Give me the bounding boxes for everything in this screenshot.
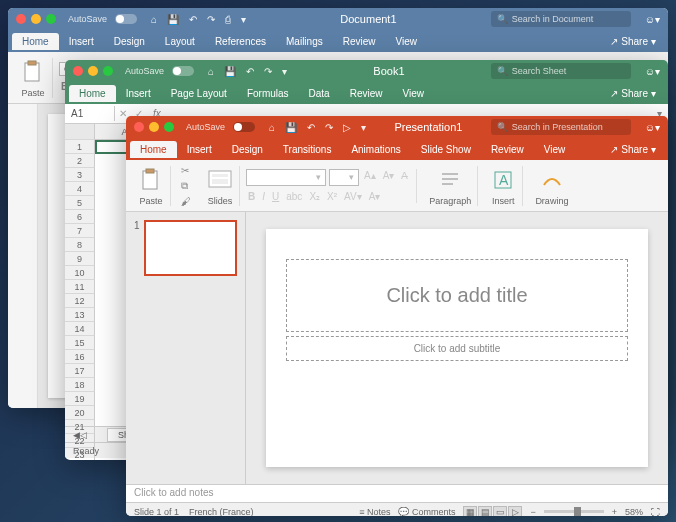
tab-layout[interactable]: Layout — [155, 33, 205, 50]
superscript-button[interactable]: X² — [325, 190, 339, 203]
undo-icon[interactable]: ↶ — [307, 122, 315, 133]
tab-review[interactable]: Review — [333, 33, 386, 50]
first-sheet-icon[interactable]: ◀ — [73, 430, 80, 440]
slide[interactable]: Click to add title Click to add subtitle — [266, 229, 648, 468]
strikethrough-button[interactable]: abc — [284, 190, 304, 203]
row-header[interactable]: 7 — [65, 224, 95, 238]
row-header[interactable]: 15 — [65, 336, 95, 350]
row-header[interactable]: 19 — [65, 392, 95, 406]
account-icon[interactable]: ☺▾ — [645, 122, 660, 133]
insert-icon[interactable]: A — [490, 166, 516, 194]
maximize-icon[interactable] — [103, 66, 113, 76]
row-header[interactable]: 4 — [65, 182, 95, 196]
zoom-slider[interactable] — [544, 510, 604, 513]
tab-home[interactable]: Home — [12, 33, 59, 50]
search-input[interactable]: 🔍Search in Presentation — [491, 119, 631, 135]
increase-font-icon[interactable]: A▴ — [362, 169, 378, 186]
tab-review[interactable]: Review — [481, 141, 534, 158]
close-icon[interactable] — [16, 14, 26, 24]
subscript-button[interactable]: X₂ — [307, 190, 322, 203]
normal-view-icon[interactable]: ▦ — [463, 506, 477, 517]
bold-button[interactable]: B — [246, 190, 257, 203]
cut-icon[interactable]: ✂ — [181, 165, 191, 176]
save-icon[interactable]: 💾 — [285, 122, 297, 133]
chevron-down-icon[interactable]: ▾ — [241, 14, 246, 25]
home-icon[interactable]: ⌂ — [269, 122, 275, 133]
tab-slideshow[interactable]: Slide Show — [411, 141, 481, 158]
copy-icon[interactable]: ⧉ — [181, 180, 191, 192]
row-header[interactable]: 6 — [65, 210, 95, 224]
paste-icon[interactable] — [138, 166, 164, 194]
tab-insert[interactable]: Insert — [59, 33, 104, 50]
tab-design[interactable]: Design — [104, 33, 155, 50]
comments-button[interactable]: 💬 Comments — [398, 507, 455, 517]
row-header[interactable]: 14 — [65, 322, 95, 336]
character-spacing-button[interactable]: AV▾ — [342, 190, 364, 203]
tab-home[interactable]: Home — [130, 141, 177, 158]
notes-pane[interactable]: Click to add notes — [126, 484, 668, 502]
share-button[interactable]: ↗Share ▾ — [610, 36, 656, 47]
chevron-down-icon[interactable]: ▾ — [282, 66, 287, 77]
account-icon[interactable]: ☺▾ — [645, 66, 660, 77]
save-icon[interactable]: 💾 — [167, 14, 179, 25]
undo-icon[interactable]: ↶ — [189, 14, 197, 25]
search-input[interactable]: 🔍Search in Document — [491, 11, 631, 27]
tab-formulas[interactable]: Formulas — [237, 85, 299, 102]
autosave-toggle[interactable] — [172, 66, 194, 76]
notes-button[interactable]: ≡ Notes — [359, 507, 390, 517]
row-header[interactable]: 1 — [65, 140, 95, 154]
minimize-icon[interactable] — [88, 66, 98, 76]
minimize-icon[interactable] — [149, 122, 159, 132]
close-icon[interactable] — [73, 66, 83, 76]
zoom-level[interactable]: 58% — [625, 507, 643, 517]
autosave-toggle[interactable] — [115, 14, 137, 24]
italic-button[interactable]: I — [260, 190, 267, 203]
zoom-out-icon[interactable]: − — [530, 507, 535, 517]
row-header[interactable]: 8 — [65, 238, 95, 252]
prev-sheet-icon[interactable]: ◁ — [80, 430, 87, 440]
save-icon[interactable]: 💾 — [224, 66, 236, 77]
select-all-corner[interactable] — [65, 124, 95, 140]
row-header[interactable]: 10 — [65, 266, 95, 280]
row-header[interactable]: 12 — [65, 294, 95, 308]
share-button[interactable]: ↗Share ▾ — [610, 88, 656, 99]
account-icon[interactable]: ☺▾ — [645, 14, 660, 25]
paragraph-icon[interactable] — [437, 166, 463, 194]
tab-page-layout[interactable]: Page Layout — [161, 85, 237, 102]
thumbnail-item[interactable]: 1 — [134, 220, 237, 276]
chevron-down-icon[interactable]: ▾ — [361, 122, 366, 133]
tab-transitions[interactable]: Transitions — [273, 141, 342, 158]
tab-view[interactable]: View — [392, 85, 434, 102]
minimize-icon[interactable] — [31, 14, 41, 24]
fit-to-window-icon[interactable]: ⛶ — [651, 507, 660, 517]
underline-button[interactable]: U — [270, 190, 281, 203]
play-icon[interactable]: ▷ — [343, 122, 351, 133]
redo-icon[interactable]: ↷ — [207, 14, 215, 25]
subtitle-placeholder[interactable]: Click to add subtitle — [286, 336, 628, 361]
share-button[interactable]: ↗Share ▾ — [610, 144, 656, 155]
tab-data[interactable]: Data — [299, 85, 340, 102]
clear-format-icon[interactable]: A̶ — [399, 169, 410, 186]
tab-insert[interactable]: Insert — [177, 141, 222, 158]
name-box[interactable]: A1 — [65, 106, 115, 121]
row-header[interactable]: 13 — [65, 308, 95, 322]
tab-mailings[interactable]: Mailings — [276, 33, 333, 50]
row-header[interactable]: 20 — [65, 406, 95, 420]
language-indicator[interactable]: French (France) — [189, 507, 254, 517]
font-family-select[interactable]: ▾ — [246, 169, 326, 186]
font-color-button[interactable]: A▾ — [367, 190, 383, 203]
row-header[interactable]: 18 — [65, 378, 95, 392]
slideshow-view-icon[interactable]: ▷ — [508, 506, 522, 517]
decrease-font-icon[interactable]: A▾ — [381, 169, 397, 186]
close-icon[interactable] — [134, 122, 144, 132]
tab-home[interactable]: Home — [69, 85, 116, 102]
font-size-select[interactable]: ▾ — [329, 169, 359, 186]
tab-view[interactable]: View — [386, 33, 428, 50]
new-slide-icon[interactable] — [207, 166, 233, 194]
redo-icon[interactable]: ↷ — [325, 122, 333, 133]
tab-animations[interactable]: Animations — [341, 141, 410, 158]
print-icon[interactable]: ⎙ — [225, 14, 231, 25]
home-icon[interactable]: ⌂ — [151, 14, 157, 25]
thumbnail-preview[interactable] — [144, 220, 237, 276]
sorter-view-icon[interactable]: ▤ — [478, 506, 492, 517]
